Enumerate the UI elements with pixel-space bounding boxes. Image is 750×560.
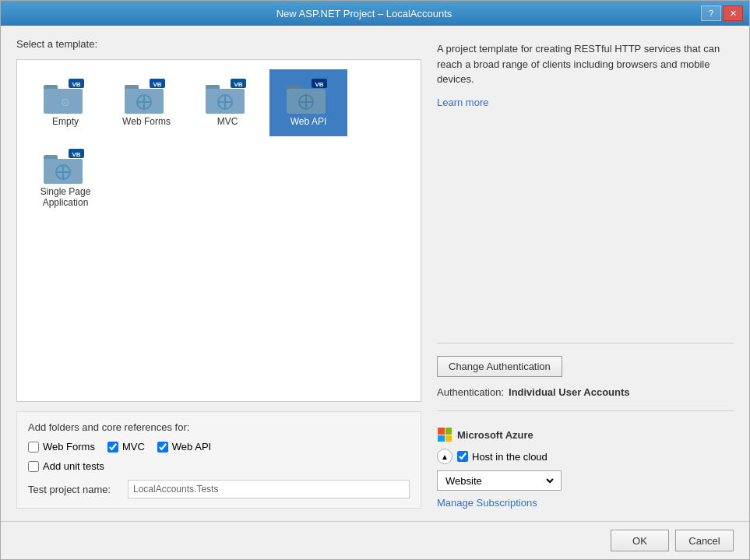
template-spa-label: Single PageApplication	[40, 186, 91, 208]
dialog-footer: OK Cancel	[1, 521, 749, 559]
azure-flag-q3	[438, 435, 445, 442]
host-cloud-label: Host in the cloud	[472, 451, 548, 463]
svg-text:VB: VB	[153, 81, 161, 88]
auth-label: Authentication:	[437, 386, 504, 398]
template-webapi-icon: VB	[287, 79, 330, 116]
svg-text:⊙: ⊙	[61, 96, 70, 108]
learn-more-link[interactable]: Learn more	[437, 97, 734, 108]
right-panel-spacer	[437, 118, 734, 331]
svg-text:VB: VB	[315, 81, 323, 88]
test-project-name-input[interactable]	[128, 480, 410, 498]
dialog: New ASP.NET Project – LocalAccounts ? ✕ …	[0, 0, 750, 560]
template-webforms[interactable]: VB Web Forms	[107, 69, 185, 136]
title-bar-buttons: ? ✕	[701, 5, 743, 21]
azure-flag-q1	[438, 428, 445, 435]
template-mvc-label: MVC	[217, 116, 238, 127]
svg-text:VB: VB	[72, 151, 80, 158]
auth-row: Authentication: Individual User Accounts	[437, 386, 734, 398]
azure-logo-icon	[437, 427, 452, 442]
template-webapi[interactable]: VB Web API	[269, 69, 347, 136]
checkbox-mvc-input[interactable]	[107, 442, 118, 453]
folders-section: Add folders and core references for: Web…	[16, 411, 421, 509]
divider-2	[437, 410, 734, 411]
auth-value: Individual User Accounts	[509, 386, 630, 398]
azure-flag-q4	[445, 435, 452, 442]
checkbox-webforms-input[interactable]	[28, 442, 39, 453]
divider-1	[437, 343, 734, 343]
right-panel: A project template for creating RESTful …	[437, 38, 734, 509]
close-button[interactable]: ✕	[723, 5, 743, 21]
template-mvc-icon: VB	[206, 79, 249, 116]
azure-flag-q2	[445, 428, 452, 435]
checkbox-webapi-ref-label: Web API	[172, 441, 211, 453]
checkbox-webforms-label: Web Forms	[43, 441, 95, 453]
template-grid: ⊙ VB Empty	[26, 69, 411, 217]
template-webforms-icon: VB	[125, 79, 168, 116]
host-cloud-input[interactable]	[457, 451, 468, 462]
svg-text:VB: VB	[72, 81, 80, 88]
website-dropdown[interactable]: Website Virtual Machine Mobile Service C…	[437, 470, 562, 491]
checkbox-unit-tests[interactable]: Add unit tests	[28, 460, 104, 472]
template-webforms-label: Web Forms	[122, 116, 171, 127]
checkbox-webapi-input[interactable]	[157, 442, 168, 453]
azure-flag	[438, 428, 452, 442]
help-button[interactable]: ?	[701, 5, 721, 21]
unit-tests-row: Add unit tests	[28, 460, 410, 472]
checkbox-webforms[interactable]: Web Forms	[28, 441, 95, 453]
template-spa[interactable]: VB Single PageApplication	[26, 139, 104, 217]
template-mvc[interactable]: VB MVC	[188, 69, 266, 136]
manage-subscriptions-link[interactable]: Manage Subscriptions	[437, 497, 734, 509]
azure-label: Microsoft Azure	[457, 429, 533, 441]
template-grid-container: ⊙ VB Empty	[16, 59, 421, 402]
select-template-label: Select a template:	[16, 38, 421, 50]
checkbox-mvc[interactable]: MVC	[107, 441, 145, 453]
template-empty-icon: ⊙ VB	[44, 79, 87, 116]
title-bar: New ASP.NET Project – LocalAccounts ? ✕	[1, 1, 749, 26]
test-project-name-label: Test project name:	[28, 484, 121, 495]
template-spa-icon: VB	[44, 149, 87, 186]
left-panel: Select a template: ⊙	[16, 38, 421, 509]
svg-text:VB: VB	[234, 81, 242, 88]
template-webapi-label: Web API	[290, 116, 326, 127]
checkbox-row-folders: Web Forms MVC Web API	[28, 441, 410, 453]
template-empty-label: Empty	[52, 116, 79, 127]
dialog-title: New ASP.NET Project – LocalAccounts	[27, 8, 701, 19]
change-authentication-button[interactable]: Change Authentication	[437, 356, 562, 377]
test-name-row: Test project name:	[28, 480, 410, 498]
website-select[interactable]: Website Virtual Machine Mobile Service C…	[442, 474, 556, 488]
azure-header: Microsoft Azure	[437, 427, 734, 442]
template-empty[interactable]: ⊙ VB Empty	[26, 69, 104, 136]
checkbox-mvc-label: MVC	[122, 441, 145, 453]
host-cloud-checkbox[interactable]: Host in the cloud	[457, 451, 548, 463]
cloud-row: ▲ Host in the cloud	[437, 449, 734, 464]
azure-section: Microsoft Azure ▲ Host in the cloud Webs…	[437, 424, 734, 509]
checkbox-webapi-ref[interactable]: Web API	[157, 441, 211, 453]
checkbox-unit-tests-label: Add unit tests	[43, 460, 104, 472]
folders-label: Add folders and core references for:	[28, 421, 410, 433]
checkbox-unit-tests-input[interactable]	[28, 461, 39, 472]
dialog-body: Select a template: ⊙	[1, 26, 749, 521]
main-content: Select a template: ⊙	[16, 38, 734, 509]
ok-button[interactable]: OK	[611, 530, 669, 551]
expand-button[interactable]: ▲	[437, 449, 452, 464]
cancel-button[interactable]: Cancel	[675, 530, 734, 551]
description-text: A project template for creating RESTful …	[437, 41, 734, 87]
